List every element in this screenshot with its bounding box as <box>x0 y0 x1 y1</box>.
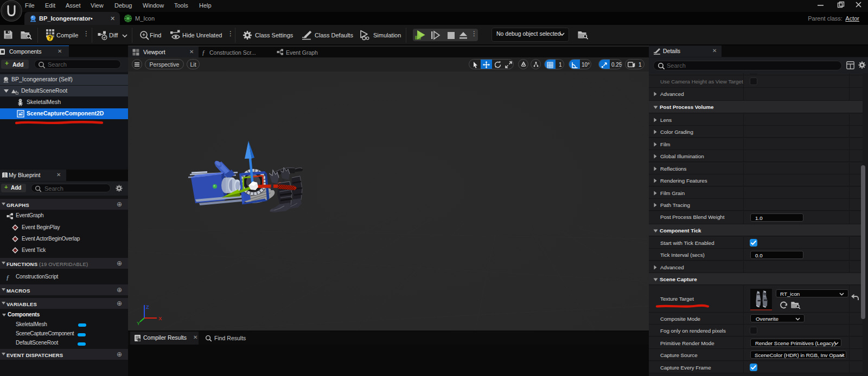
svg-text:Z: Z <box>146 304 149 310</box>
svg-text:?: ? <box>48 35 52 41</box>
svg-text:X: X <box>158 315 162 321</box>
svg-text:Y: Y <box>137 320 141 326</box>
